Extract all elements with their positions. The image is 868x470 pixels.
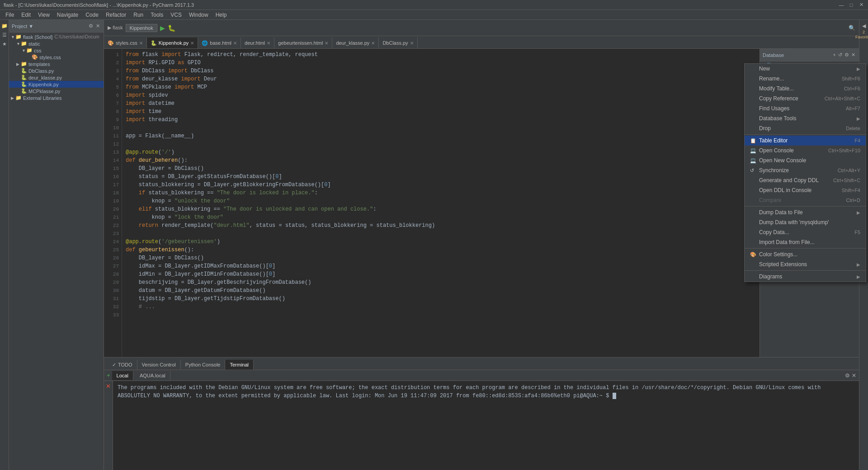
- tab-dbclass[interactable]: DbClass.py ✕: [379, 38, 417, 48]
- terminal-add-btn[interactable]: +: [107, 372, 110, 379]
- right-icon-1[interactable]: ◀: [860, 22, 868, 30]
- project-settings-btn[interactable]: ⚙: [88, 23, 94, 29]
- structure-icon[interactable]: ☰: [0, 31, 9, 39]
- favorites-icon[interactable]: ★: [0, 40, 9, 48]
- db-refresh-btn[interactable]: ↺: [837, 52, 843, 58]
- debug-button[interactable]: 🐛: [168, 24, 175, 32]
- tree-item-dbclass[interactable]: 🐍 DbClass.py: [9, 67, 104, 74]
- bottom-tab-vcs[interactable]: Version Control: [137, 360, 181, 370]
- project-panel: Project ▼ ⚙ ✕ ▼ 📁 flask [School] C:\User…: [9, 20, 104, 470]
- ctx-database-tools[interactable]: Database Tools ▶: [745, 113, 866, 123]
- bottom-tab-terminal[interactable]: Terminal: [225, 360, 254, 370]
- terminal-tab-aqua[interactable]: AQUA.local: [135, 371, 170, 380]
- ctx-dump-mysqldump[interactable]: Dump Data with 'mysqldump': [745, 217, 866, 227]
- ctx-dump-data-file[interactable]: Dump Data to File ▶: [745, 207, 866, 217]
- terminal-stop-btn[interactable]: ✕: [106, 383, 111, 390]
- run-button[interactable]: ▶: [160, 24, 165, 32]
- line-numbers: 1234567891011121314151617181920212223242…: [104, 49, 122, 357]
- menu-item-edit[interactable]: Edit: [18, 11, 34, 19]
- ctx-generate-ddl[interactable]: Generate and Copy DDL Ctrl+Shift+C: [745, 175, 866, 185]
- main-layout: 📁 ☰ ★ Project ▼ ⚙ ✕ ▼ 📁 flask [School] C…: [0, 20, 868, 470]
- project-icon[interactable]: 📁: [0, 22, 9, 30]
- ctx-copy-data[interactable]: Copy Data... F5: [745, 227, 866, 237]
- ctx-import-data[interactable]: Import Data from File...: [745, 237, 866, 247]
- bottom-tab-python-console[interactable]: Python Console: [181, 360, 226, 370]
- maximize-button[interactable]: □: [848, 2, 854, 8]
- menubar: FileEditViewNavigateCodeRefactorRunTools…: [0, 10, 868, 20]
- tab-deur-html[interactable]: deur.html ✕: [241, 38, 274, 48]
- db-settings-btn[interactable]: ⚙: [844, 52, 850, 58]
- tab-kippenhok[interactable]: 🐍 Kippenhok.py ✕: [147, 38, 198, 48]
- ctx-synchronize[interactable]: ↺ Synchronize Ctrl+Alt+Y: [745, 165, 866, 175]
- titlebar: flask - [C:\Users\lukas\Documents\School…: [0, 0, 868, 10]
- titlebar-title: flask - [C:\Users\lukas\Documents\School…: [4, 2, 194, 8]
- close-tab-styles[interactable]: ✕: [139, 41, 143, 46]
- search-button[interactable]: 🔍: [849, 25, 855, 31]
- code-editor[interactable]: 1234567891011121314151617181920212223242…: [104, 49, 760, 357]
- run-config-label[interactable]: Kippenhok: [126, 24, 157, 32]
- ctx-scripted-extensions[interactable]: Scripted Extensions ▶: [745, 259, 866, 269]
- terminal-tab-local[interactable]: Local: [112, 371, 133, 380]
- terminal-content[interactable]: The programs included with the Debian GN…: [113, 381, 859, 470]
- right-icon-2[interactable]: 2Favorites: [860, 31, 868, 39]
- menu-item-vcs[interactable]: VCS: [167, 11, 185, 19]
- menu-item-window[interactable]: Window: [185, 11, 212, 19]
- bottom-tab-todo[interactable]: ✓ TODO: [108, 360, 137, 370]
- minimize-button[interactable]: —: [838, 2, 844, 8]
- menu-item-navigate[interactable]: Navigate: [53, 11, 82, 19]
- tab-deur-klasse[interactable]: deur_klasse.py ✕: [332, 38, 379, 48]
- menu-item-view[interactable]: View: [34, 11, 53, 19]
- ctx-new[interactable]: New ▶: [745, 64, 866, 74]
- tab-styles-css[interactable]: 🎨 styles.css ✕: [104, 38, 147, 48]
- tree-item-styles-css[interactable]: 🎨 styles.css: [9, 54, 104, 61]
- project-header: Project ▼ ⚙ ✕: [9, 20, 104, 33]
- project-toolbar: ⚙ ✕: [88, 23, 101, 29]
- terminal-settings-btn[interactable]: ⚙: [845, 372, 850, 379]
- ctx-sep-3: [745, 248, 866, 249]
- menu-item-code[interactable]: Code: [82, 11, 102, 19]
- tab-base-html[interactable]: 🌐 base.html ✕: [198, 38, 241, 48]
- ctx-color-settings[interactable]: 🎨 Color Settings...: [745, 249, 866, 259]
- tree-item-css[interactable]: ▼ 📁 css: [9, 47, 104, 54]
- ctx-table-editor[interactable]: 📋 Table Editor F4: [745, 136, 866, 146]
- ctx-modify-table[interactable]: Modify Table... Ctrl+F6: [745, 84, 866, 94]
- bottom-panel: ✓ TODO Version Control Python Console Te…: [104, 357, 859, 470]
- db-close-btn[interactable]: ✕: [850, 52, 856, 58]
- close-tab-dbclass[interactable]: ✕: [410, 41, 414, 46]
- close-tab-deur-klasse[interactable]: ✕: [371, 41, 375, 46]
- tree-item-static[interactable]: ▼ 📁 static: [9, 40, 104, 47]
- tree-item-templates[interactable]: ▶ 📁 templates: [9, 61, 104, 67]
- code-content[interactable]: from flask import Flask, redirect, rende…: [122, 49, 760, 357]
- ctx-sep-1: [745, 134, 866, 135]
- database-header: Database + ↺ ⚙ ✕: [760, 49, 859, 61]
- bottom-tabs: ✓ TODO Version Control Python Console Te…: [104, 357, 859, 370]
- tree-item-kippenhok[interactable]: 🐍 Kippenhok.py: [9, 81, 104, 88]
- tree-item-flask[interactable]: ▼ 📁 flask [School] C:\Users\lukas\Docum: [9, 33, 104, 40]
- menu-item-file[interactable]: File: [2, 11, 18, 19]
- menu-item-tools[interactable]: Tools: [147, 11, 167, 19]
- close-tab-kippenhok[interactable]: ✕: [190, 41, 194, 46]
- project-label: Project ▼: [12, 24, 33, 29]
- tree-item-external-libs[interactable]: ▶ 📁 External Libraries: [9, 94, 104, 101]
- close-tab-gebeurtenissen[interactable]: ✕: [325, 41, 328, 46]
- menu-item-help[interactable]: Help: [212, 11, 231, 19]
- ctx-open-ddl-console[interactable]: Open DDL in Console Shift+F4: [745, 185, 866, 195]
- ctx-drop[interactable]: Drop Delete: [745, 123, 866, 133]
- ctx-open-console[interactable]: 💻 Open Console Ctrl+Shift+F10: [745, 146, 866, 155]
- tree-item-mcpklasse[interactable]: 🐍 MCPklasse.py: [9, 88, 104, 94]
- ctx-find-usages[interactable]: Find Usages Alt+F7: [745, 103, 866, 113]
- ctx-copy-reference[interactable]: Copy Reference Ctrl+Alt+Shift+C: [745, 94, 866, 103]
- close-tab-deur[interactable]: ✕: [267, 41, 270, 46]
- menu-item-refactor[interactable]: Refactor: [102, 11, 130, 19]
- tab-gebeurtenissen-html[interactable]: gebeurtenissen.html ✕: [274, 38, 332, 48]
- db-add-btn[interactable]: +: [832, 52, 837, 58]
- ctx-diagrams[interactable]: Diagrams ▶: [745, 272, 866, 282]
- close-button[interactable]: ✕: [858, 2, 864, 8]
- ctx-open-new-console[interactable]: 💻 Open New Console: [745, 155, 866, 165]
- close-tab-base[interactable]: ✕: [233, 41, 237, 46]
- terminal-close-btn[interactable]: ✕: [852, 372, 856, 379]
- ctx-rename[interactable]: Rename... Shift+F6: [745, 74, 866, 84]
- tree-item-deur-klasse[interactable]: 🐍 deur_klasse.py: [9, 74, 104, 81]
- menu-item-run[interactable]: Run: [130, 11, 147, 19]
- project-close-btn[interactable]: ✕: [95, 23, 101, 29]
